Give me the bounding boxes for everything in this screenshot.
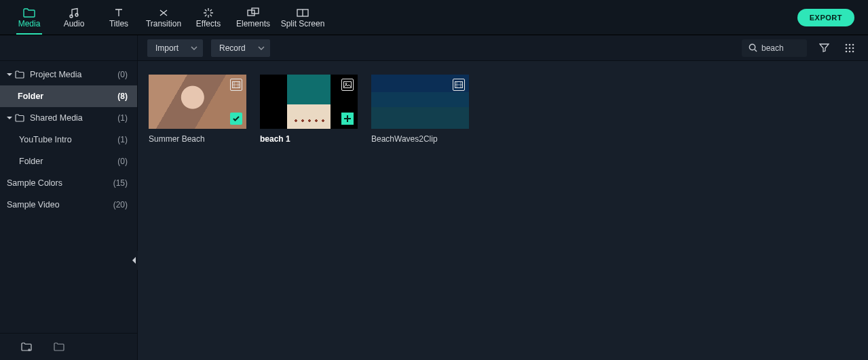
tree-node-shared-media[interactable]: Shared Media (1) (0, 107, 137, 129)
tree-node-sample-video[interactable]: Sample Video (20) (0, 194, 137, 216)
tab-transition[interactable]: Transition (141, 0, 186, 35)
tab-effects[interactable]: Effects (186, 0, 231, 35)
folder-icon (23, 7, 35, 19)
open-folder-button[interactable] (50, 338, 68, 356)
svg-point-12 (846, 50, 848, 52)
media-caption: beach 1 (260, 134, 358, 144)
export-button[interactable]: EXPORT (797, 9, 854, 26)
tree-label: Folder (18, 92, 43, 101)
search-box[interactable] (742, 39, 807, 57)
toolbar: Import Record (0, 35, 868, 61)
tree-count: (20) (113, 200, 128, 209)
tree-node-folder-selected[interactable]: Folder (8) (0, 85, 137, 107)
tree-node-folder[interactable]: Folder (0) (0, 151, 137, 172)
tree-label: Shared Media (30, 113, 83, 123)
svg-point-17 (345, 83, 347, 85)
tree-label: YouTube Intro (19, 135, 72, 144)
media-card[interactable]: BeachWaves2Clip (371, 75, 469, 144)
import-dropdown[interactable]: Import (147, 39, 203, 57)
chevron-left-icon (132, 257, 136, 264)
svg-rect-3 (252, 8, 259, 14)
svg-point-13 (849, 50, 851, 52)
tab-label: Split Screen (281, 19, 325, 28)
shapes-icon (247, 7, 259, 19)
video-type-icon (453, 79, 465, 91)
tab-label: Media (18, 19, 41, 28)
tree-label: Sample Video (7, 200, 60, 209)
svg-point-11 (852, 47, 854, 49)
folder-icon (15, 114, 26, 122)
folder-plus-icon (21, 342, 32, 351)
svg-point-1 (75, 14, 78, 16)
search-icon (749, 43, 757, 52)
media-tree: Project Media (0) Folder (8) Shared Medi… (0, 61, 137, 333)
sidebar-footer (0, 333, 137, 360)
tab-label: Transition (146, 19, 181, 28)
tab-elements[interactable]: Elements (231, 0, 276, 35)
media-card[interactable]: Summer Beach (149, 75, 246, 144)
twisty-down-icon (5, 72, 14, 77)
new-folder-button[interactable] (18, 338, 35, 356)
svg-point-0 (70, 15, 73, 18)
record-label: Record (219, 43, 246, 53)
tree-node-youtube-intro[interactable]: YouTube Intro (1) (0, 129, 137, 151)
filter-button[interactable] (815, 39, 833, 57)
record-dropdown[interactable]: Record (211, 39, 270, 57)
tab-split-screen[interactable]: Split Screen (276, 0, 330, 35)
media-grid-area: Summer Beach beach 1 (138, 61, 868, 360)
sparkle-icon (202, 7, 214, 19)
tree-count: (15) (113, 178, 128, 188)
media-thumbnail (260, 75, 358, 129)
tab-media[interactable]: Media (7, 0, 52, 35)
tree-node-project-media[interactable]: Project Media (0) (0, 64, 137, 85)
svg-rect-16 (344, 82, 352, 88)
media-caption: Summer Beach (149, 134, 246, 144)
top-tab-bar: Media Audio Titles Transition Effects (0, 0, 868, 35)
video-type-icon (230, 79, 242, 91)
chevron-down-icon (258, 46, 265, 50)
tree-count: (0) (117, 70, 128, 79)
image-type-icon (341, 79, 354, 91)
transition-icon (157, 7, 170, 19)
import-label: Import (155, 43, 178, 53)
svg-point-6 (846, 43, 848, 45)
tab-label: Effects (196, 19, 221, 28)
tab-label: Titles (109, 19, 128, 28)
filter-icon (819, 43, 829, 53)
grid-icon (845, 43, 854, 53)
media-caption: BeachWaves2Clip (371, 134, 469, 144)
svg-point-14 (852, 50, 854, 52)
svg-rect-2 (248, 10, 254, 16)
sidebar: Project Media (0) Folder (8) Shared Medi… (0, 61, 138, 360)
tree-label: Folder (19, 157, 43, 166)
tree-node-sample-colors[interactable]: Sample Colors (15) (0, 172, 137, 194)
text-icon (113, 7, 125, 19)
tab-titles[interactable]: Titles (96, 0, 141, 35)
add-to-timeline-button[interactable] (341, 113, 354, 125)
svg-point-5 (749, 44, 755, 49)
svg-point-7 (849, 43, 851, 45)
media-thumbnail (149, 75, 246, 129)
music-icon (68, 7, 80, 19)
tree-label: Sample Colors (7, 178, 62, 188)
chevron-down-icon (191, 46, 197, 50)
toolbar-sidebar-spacer (0, 35, 138, 60)
media-card[interactable]: beach 1 (260, 75, 358, 144)
svg-point-9 (846, 47, 848, 49)
tree-label: Project Media (30, 70, 81, 79)
svg-point-10 (849, 47, 851, 49)
tab-label: Elements (236, 19, 270, 28)
twisty-down-icon (5, 115, 14, 121)
view-grid-button[interactable] (841, 39, 858, 57)
tree-count: (1) (117, 113, 128, 123)
svg-point-8 (852, 43, 854, 45)
tab-audio[interactable]: Audio (52, 0, 96, 35)
selected-check-icon (230, 113, 242, 125)
folder-icon (54, 342, 64, 351)
search-input[interactable] (761, 43, 799, 53)
media-thumbnail (371, 75, 469, 129)
sidebar-collapse-handle[interactable] (131, 251, 138, 270)
folder-icon (15, 71, 26, 79)
split-screen-icon (297, 7, 309, 19)
tab-label: Audio (64, 19, 85, 28)
